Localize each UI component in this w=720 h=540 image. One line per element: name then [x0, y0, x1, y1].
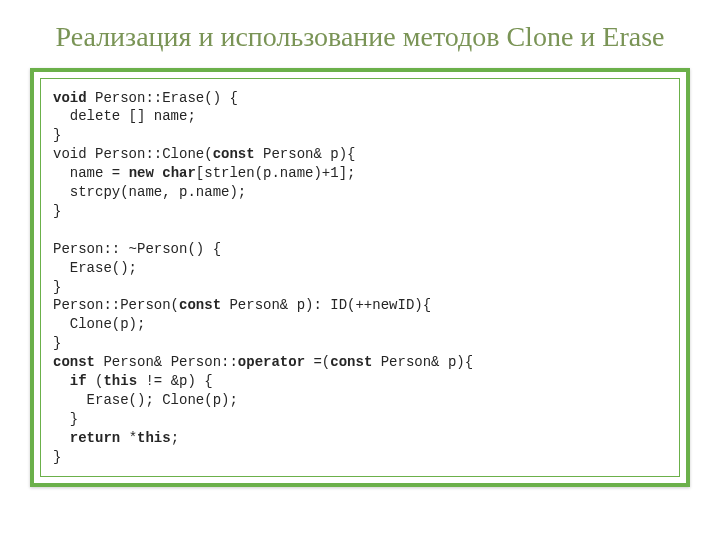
code-text: [strlen(p.name)+1]; — [196, 165, 356, 181]
code-text: name = — [53, 165, 129, 181]
code-text: } — [53, 203, 61, 219]
code-text: Person:: ~Person() { — [53, 241, 221, 257]
code-text: strcpy(name, p.name); — [53, 184, 246, 200]
kw-const: const — [330, 354, 372, 370]
kw-this: this — [137, 430, 171, 446]
code-text — [53, 373, 70, 389]
code-text: ; — [171, 430, 179, 446]
code-text: } — [53, 335, 61, 351]
code-text: Person& p){ — [372, 354, 473, 370]
code-text: delete [] name; — [53, 108, 196, 124]
code-frame-outer: void Person::Erase() { delete [] name; }… — [30, 68, 690, 488]
code-text: Erase(); Clone(p); — [53, 392, 238, 408]
code-text: } — [53, 279, 61, 295]
code-text: } — [53, 127, 61, 143]
code-text: != &p) { — [137, 373, 213, 389]
code-text: Person::Erase() { — [87, 90, 238, 106]
kw-const: const — [53, 354, 95, 370]
kw-new-char: new char — [129, 165, 196, 181]
kw-if: if — [70, 373, 87, 389]
code-frame-inner: void Person::Erase() { delete [] name; }… — [40, 78, 680, 478]
code-text — [53, 430, 70, 446]
slide-title: Реализация и использование методов Clone… — [30, 20, 690, 54]
code-text: } — [53, 411, 78, 427]
code-text: Erase(); — [53, 260, 137, 276]
kw-this: this — [103, 373, 137, 389]
code-text: Person::Person( — [53, 297, 179, 313]
kw-const: const — [179, 297, 221, 313]
code-text: Person& Person:: — [95, 354, 238, 370]
kw-void: void — [53, 90, 87, 106]
slide: Реализация и использование методов Clone… — [0, 0, 720, 540]
code-text: void Person::Clone( — [53, 146, 213, 162]
code-text: * — [120, 430, 137, 446]
code-text: =( — [305, 354, 330, 370]
kw-const: const — [213, 146, 255, 162]
kw-operator: operator — [238, 354, 305, 370]
code-text: Clone(p); — [53, 316, 145, 332]
code-text: } — [53, 449, 61, 465]
kw-return: return — [70, 430, 120, 446]
code-text: ( — [87, 373, 104, 389]
code-text: Person& p){ — [255, 146, 356, 162]
code-text: Person& p): ID(++newID){ — [221, 297, 431, 313]
code-block: void Person::Erase() { delete [] name; }… — [53, 89, 667, 467]
